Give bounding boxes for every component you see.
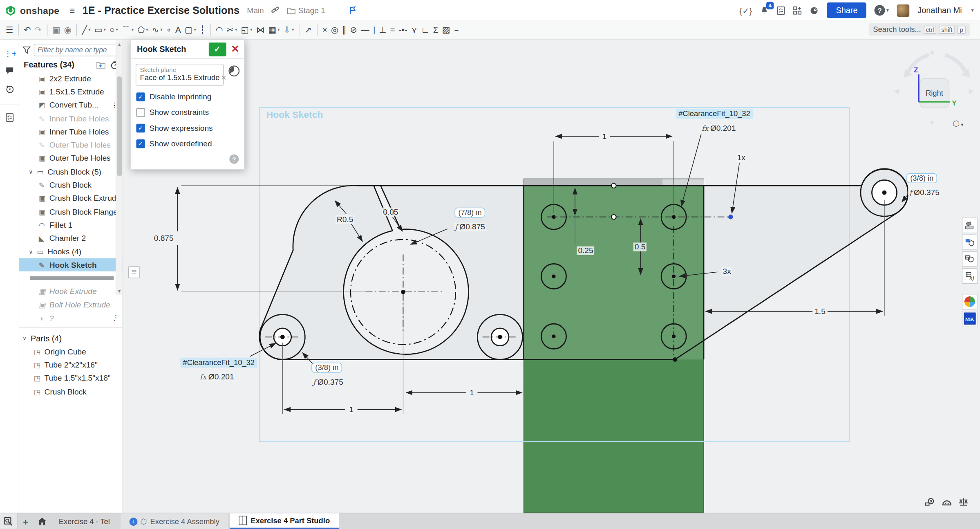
dialog-help-icon[interactable]: ?	[229, 155, 239, 164]
feature-row[interactable]: ▣ Bolt Hole Extrude	[19, 298, 123, 312]
feature-row[interactable]: ✎ Inner Tube Holes	[19, 112, 123, 126]
feature-row[interactable]: › ▭ Hook Crush Block (2)	[19, 325, 123, 328]
tool-caret-icon[interactable]: ▾	[250, 27, 252, 32]
rotate-down-icon[interactable]: ▼	[929, 119, 936, 126]
feature-row[interactable]: ▣ Inner Tube Holes	[19, 125, 123, 139]
dialog-cancel-button[interactable]: ✕	[231, 44, 239, 54]
tool-concentric[interactable]: ◎	[329, 22, 340, 38]
tool-caret-icon[interactable]: ▾	[88, 27, 90, 32]
checkbox[interactable]	[136, 108, 145, 117]
search-tabs-icon[interactable]	[0, 513, 18, 529]
tool-linear-pattern[interactable]: ▦ ▾	[266, 22, 282, 38]
selected-point[interactable]	[728, 215, 733, 220]
search-tools[interactable]: Search tools... ctrlshiftp	[869, 23, 970, 36]
tool-perpendicular[interactable]: ⊥	[377, 22, 388, 38]
part-row[interactable]: ◳ Tube 1.5"x1.5"x18"	[19, 372, 123, 385]
scroll-down-icon[interactable]: ▼	[117, 289, 122, 294]
tool-mirror[interactable]: ⋈	[254, 22, 266, 38]
feature-row[interactable]: ✎ Hook Sketch	[19, 258, 123, 272]
tool-center-point-circle[interactable]: ○ ▾	[107, 22, 120, 38]
feature-row[interactable]: ◣ Chamfer 2	[19, 232, 123, 245]
mass-properties-icon[interactable]	[959, 498, 968, 506]
tool-spline[interactable]: ∿ ▾	[150, 22, 164, 38]
document-tab[interactable]: ↓ ⬡ Exercise 4 Assembly	[121, 513, 228, 529]
user-menu-caret-icon[interactable]: ▾	[971, 7, 974, 13]
sketch-plane-field[interactable]: Sketch plane Face of 1.5x1.5 Extrude ✕	[136, 64, 224, 86]
features-scrollbar[interactable]: ▲ ▼	[116, 40, 123, 295]
configurations-panel-icon[interactable]	[962, 235, 978, 250]
main-menu-icon[interactable]: ≡	[69, 5, 75, 16]
dialog-checkbox-row[interactable]: Show constraints	[136, 108, 240, 117]
tool-midpoint[interactable]: -•-	[397, 22, 409, 38]
filter-input[interactable]	[34, 44, 120, 56]
feature-list-flyout-button[interactable]: ☰	[128, 266, 140, 278]
link-icon[interactable]	[271, 6, 280, 14]
ai-advisor-icon[interactable]	[810, 6, 819, 15]
protractor-icon[interactable]	[942, 498, 952, 506]
custom-tables-panel-icon[interactable]	[962, 251, 978, 267]
tool-pierce[interactable]: ⋎	[409, 22, 419, 38]
feature-row[interactable]: ∨ ▭ Hooks (4)	[19, 245, 123, 258]
checkbox[interactable]: ✓	[136, 139, 145, 148]
feature-row[interactable]: ▣ Outer Tube Holes	[19, 152, 123, 165]
document-tab[interactable]: Exercise 4 Part Studio	[230, 513, 339, 529]
tool-caret-icon[interactable]: ▾	[103, 27, 105, 32]
notifications-bell-icon[interactable]: 4	[760, 6, 769, 15]
tool-caret-icon[interactable]: ▾	[194, 27, 196, 32]
tool-caret-icon[interactable]: ▾	[116, 27, 118, 32]
apps-grid-icon[interactable]	[793, 6, 802, 15]
rotate-up-icon[interactable]: ▲	[929, 47, 936, 55]
tool-sketch-text[interactable]: A	[173, 22, 183, 38]
tool-corner-rectangle[interactable]: ▭ ▾	[92, 22, 107, 38]
user-name[interactable]: Jonathan Mi	[917, 6, 962, 15]
diversitree-app-icon[interactable]	[962, 294, 978, 309]
part-row[interactable]: ◳ Origin Cube	[19, 345, 123, 359]
comments-icon[interactable]	[4, 67, 15, 76]
help-button[interactable]: ?	[875, 5, 885, 16]
share-button[interactable]: Share	[827, 2, 866, 18]
tool-sketch-fillet[interactable]: ◠	[214, 22, 225, 38]
insert-feature-icon[interactable]: ⋮+	[4, 49, 15, 58]
final-state-clock-icon[interactable]	[228, 65, 240, 77]
feature-row[interactable]: ✎ Outer Tube Holes	[19, 139, 123, 152]
scroll-up-icon[interactable]: ▲	[117, 42, 122, 46]
feature-script-icon[interactable]: {✓}	[739, 5, 752, 15]
rotate-right-icon[interactable]: ▶	[969, 87, 974, 95]
checkbox[interactable]: ✓	[136, 92, 145, 101]
part-row[interactable]: ◳ Tube 2"x2"x16"	[19, 359, 123, 372]
parts-header-row[interactable]: ∨ Parts (4)	[19, 332, 123, 345]
tool-caret-icon[interactable]: ▾	[277, 27, 280, 32]
rollback-handle-icon[interactable]: ⋮	[111, 314, 117, 322]
tool-offset[interactable]: ◱ ▾	[239, 22, 254, 38]
feature-row[interactable]: ▣ Crush Block Flange	[19, 205, 123, 219]
dialog-checkbox-row[interactable]: ✓ Disable imprinting	[136, 92, 240, 101]
clear-selection-icon[interactable]: ✕	[221, 74, 226, 82]
view-menu-cube-icon[interactable]: ⬡▾	[953, 119, 964, 128]
add-folder-icon[interactable]	[96, 61, 106, 68]
tool-symmetric[interactable]: Σ	[431, 22, 440, 38]
part-row[interactable]: ◳ Crush Block	[19, 385, 123, 399]
parts-chevron-icon[interactable]: ∨	[22, 335, 31, 341]
tool-slot[interactable]: ▢ ▾	[183, 22, 198, 38]
mk-app-icon[interactable]: MK	[962, 311, 978, 326]
dialog-accept-button[interactable]: ✓	[208, 42, 226, 56]
tool-fix[interactable]: ▨	[440, 22, 452, 38]
rotate-left-icon[interactable]: ◀	[894, 87, 899, 95]
feature-row[interactable]: ◩ Convert Tub... ⋮	[19, 99, 123, 112]
rollback-bar[interactable]	[30, 276, 114, 280]
feature-row[interactable]: ◠ Fillet 1	[19, 218, 123, 232]
tasks-checklist-icon[interactable]	[777, 6, 785, 15]
version-name[interactable]: Stage 1	[298, 6, 325, 15]
folder-chevron-icon[interactable]: ∨	[29, 168, 37, 175]
feature-row[interactable]: ▣ Crush Block Extrude	[19, 192, 123, 205]
document-tab[interactable]: Exercise 4 - Tel	[50, 513, 119, 529]
feature-row[interactable]: ◑ ? ⋮	[19, 312, 123, 325]
feature-row[interactable]: ∨ ▭ Crush Block (5)	[19, 165, 123, 179]
tool-tangent[interactable]: ⊘	[348, 22, 359, 38]
checkbox[interactable]: ✓	[136, 124, 145, 132]
feature-row[interactable]: ▣ Hook Extrude	[19, 285, 123, 298]
folder-chevron-icon[interactable]: ∨	[29, 249, 37, 255]
variables-panel-icon[interactable]: x)	[962, 268, 978, 284]
feature-row[interactable]: ▣ 2x2 Extrude	[19, 72, 123, 85]
tool-horizontal[interactable]: —	[359, 22, 371, 38]
